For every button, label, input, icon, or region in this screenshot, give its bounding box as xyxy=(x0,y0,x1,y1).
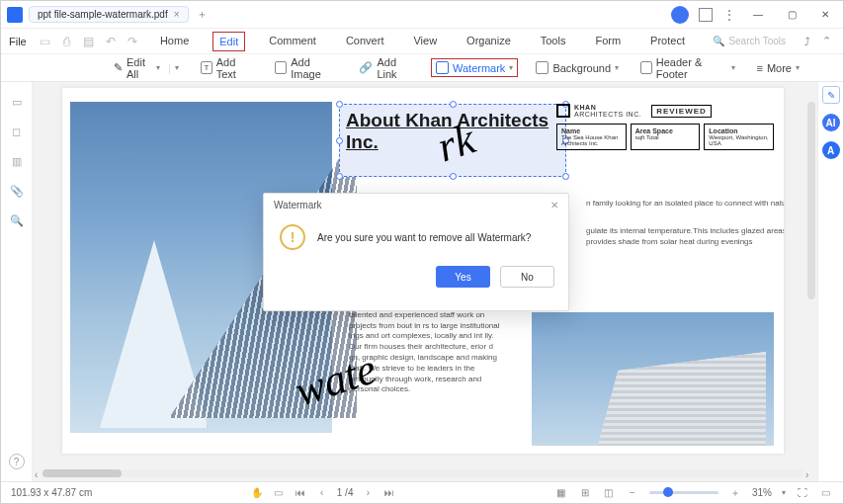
scroll-right-icon[interactable]: › xyxy=(805,469,815,479)
menu-form[interactable]: Form xyxy=(589,32,627,51)
paragraph-3: firm based in Cal US. Our exceptionally … xyxy=(349,299,502,395)
file-menu[interactable]: File xyxy=(9,36,27,47)
dialog-no-button[interactable]: No xyxy=(500,266,554,288)
edit-icon: ✎ xyxy=(114,61,123,74)
close-window-button[interactable]: ✕ xyxy=(813,5,837,25)
info-cell-area: Area Spacesqft Total xyxy=(631,124,701,150)
tab-label: ppt file-sample-watermark.pdf xyxy=(38,9,168,20)
horizontal-scrollbar[interactable] xyxy=(42,469,803,477)
translate-icon[interactable]: A xyxy=(822,141,840,159)
redo-icon[interactable]: ↷ xyxy=(124,33,141,50)
app-icon xyxy=(7,7,23,23)
undo-icon[interactable]: ↶ xyxy=(102,33,120,50)
secondary-photo xyxy=(532,312,774,446)
user-avatar[interactable] xyxy=(671,6,689,24)
save-icon[interactable]: ▤ xyxy=(80,33,98,50)
menu-home[interactable]: Home xyxy=(154,32,195,51)
background-button[interactable]: Background▾ xyxy=(532,59,623,76)
presentation-icon[interactable]: ▭ xyxy=(819,486,833,500)
document-canvas[interactable]: About Khan Architects Inc. KHANARCHITECT… xyxy=(33,82,817,481)
thumbnails-icon[interactable]: ▭ xyxy=(9,94,25,110)
layers-icon[interactable]: ▥ xyxy=(9,153,25,169)
attachments-icon[interactable]: 📎 xyxy=(9,183,25,199)
watermark-button[interactable]: Watermark▾ xyxy=(431,58,518,77)
menu-convert[interactable]: Convert xyxy=(340,32,390,51)
first-page-icon[interactable]: ⏮ xyxy=(294,486,307,500)
document-heading: About Khan Architects Inc. xyxy=(340,105,565,153)
menu-organize[interactable]: Organize xyxy=(461,32,517,51)
bookmarks-icon[interactable]: ◻ xyxy=(9,124,25,139)
document-tab[interactable]: ppt file-sample-watermark.pdf × xyxy=(29,6,189,23)
dialog-yes-button[interactable]: Yes xyxy=(436,266,490,288)
fit-width-icon[interactable]: ⊞ xyxy=(578,486,592,500)
paragraph-2: gulate its internal temperature.This inc… xyxy=(586,226,784,248)
info-cell-name: NameThe Sea House Khan Architects Inc. xyxy=(556,124,627,150)
hand-tool-icon[interactable]: ✋ xyxy=(250,486,264,500)
header-footer-button[interactable]: Header & Footer▾ xyxy=(636,54,738,82)
next-page-icon[interactable]: › xyxy=(361,486,375,500)
paragraph-1: n family looking for an isolated place t… xyxy=(586,199,784,210)
collapse-ribbon-icon[interactable]: ⌃ xyxy=(819,34,835,49)
search-tools[interactable]: 🔍 Search Tools xyxy=(713,36,786,46)
fullscreen-icon[interactable]: ⛶ xyxy=(796,486,809,500)
more-button[interactable]: ≡More▾ xyxy=(753,60,803,76)
more-icon: ≡ xyxy=(757,62,763,74)
image-icon xyxy=(275,61,287,74)
left-sidebar: ▭ ◻ ▥ 📎 🔍 ? xyxy=(1,82,33,481)
zoom-out-icon[interactable]: − xyxy=(626,486,639,500)
selected-text-block[interactable]: About Khan Architects Inc. xyxy=(339,104,566,177)
zoom-in-icon[interactable]: ＋ xyxy=(728,486,742,500)
share-icon[interactable]: ⤴ xyxy=(800,34,815,49)
dialog-close-icon[interactable]: ✕ xyxy=(550,200,558,210)
menu-view[interactable]: View xyxy=(407,32,443,51)
search-placeholder: Search Tools xyxy=(728,36,786,46)
logo-icon xyxy=(556,104,570,118)
read-mode-icon[interactable]: ◫ xyxy=(602,486,616,500)
edit-toolbar: ✎Edit All▾|▾ TAdd Text Add Image 🔗Add Li… xyxy=(1,54,843,82)
menu-bar: File ▭ ⎙ ▤ ↶ ↷ Home Edit Comment Convert… xyxy=(1,29,843,54)
text-icon: T xyxy=(201,61,212,74)
fit-page-icon[interactable]: ▦ xyxy=(554,486,568,500)
main-menu: Home Edit Comment Convert View Organize … xyxy=(154,32,691,51)
vertical-scrollbar[interactable] xyxy=(807,102,815,299)
menu-protect[interactable]: Protect xyxy=(644,32,691,51)
select-tool-icon[interactable]: ▭ xyxy=(272,486,286,500)
minimize-button[interactable]: — xyxy=(746,5,770,25)
help-icon[interactable]: ? xyxy=(9,454,25,469)
reviewed-stamp: REVIEWED xyxy=(651,105,712,118)
company-logo: KHANARCHITECTS INC. xyxy=(556,104,641,118)
add-image-button[interactable]: Add Image xyxy=(271,54,341,82)
open-icon[interactable]: ▭ xyxy=(37,33,54,50)
add-link-button[interactable]: 🔗Add Link xyxy=(355,54,417,82)
print-icon[interactable]: ⎙ xyxy=(58,33,76,50)
menu-edit[interactable]: Edit xyxy=(212,32,245,51)
document-info-block: KHANARCHITECTS INC. REVIEWED NameThe Sea… xyxy=(556,104,774,150)
last-page-icon[interactable]: ⏭ xyxy=(382,486,396,500)
header-footer-icon xyxy=(640,61,652,74)
new-tab-button[interactable]: ＋ xyxy=(195,7,211,23)
dialog-message: Are you sure you want to remove all Wate… xyxy=(317,232,531,243)
page-indicator[interactable]: 1 /4 xyxy=(337,487,354,498)
zoom-slider[interactable] xyxy=(649,491,718,494)
add-text-button[interactable]: TAdd Text xyxy=(197,54,257,82)
link-icon: 🔗 xyxy=(359,61,373,74)
edit-all-button[interactable]: ✎Edit All▾|▾ xyxy=(110,54,183,82)
background-icon xyxy=(536,61,549,74)
zoom-value[interactable]: 31% xyxy=(752,487,772,498)
ai-icon[interactable]: AI xyxy=(822,114,840,131)
maximize-button[interactable]: ▢ xyxy=(780,5,803,25)
edit-panel-icon[interactable]: ✎ xyxy=(822,86,840,104)
prev-page-icon[interactable]: ‹ xyxy=(315,486,329,500)
menu-comment[interactable]: Comment xyxy=(263,32,322,51)
warning-icon: ! xyxy=(280,224,305,250)
close-tab-icon[interactable]: × xyxy=(174,9,180,20)
menu-tools[interactable]: Tools xyxy=(535,32,572,51)
search-panel-icon[interactable]: 🔍 xyxy=(9,212,25,228)
status-bar: 101.93 x 47.87 cm ✋ ▭ ⏮ ‹ 1 /4 › ⏭ ▦ ⊞ ◫… xyxy=(1,481,843,503)
title-bar: ppt file-sample-watermark.pdf × ＋ ⋮ — ▢ … xyxy=(1,1,843,29)
kebab-menu-icon[interactable]: ⋮ xyxy=(722,7,736,23)
dialog-title: Watermark xyxy=(274,200,322,210)
right-sidebar: ✎ AI A xyxy=(817,82,843,481)
watermark-dialog: Watermark ✕ ! Are you sure you want to r… xyxy=(263,193,569,311)
apps-icon[interactable] xyxy=(699,8,713,22)
